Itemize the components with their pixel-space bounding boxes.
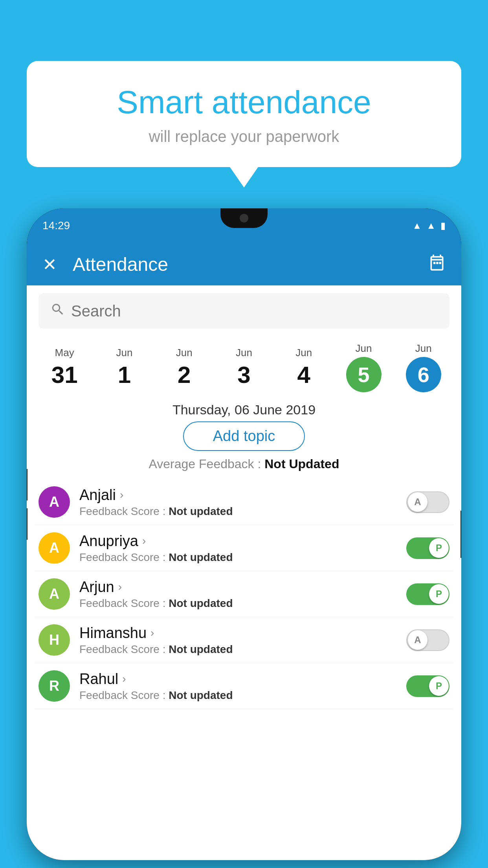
avg-feedback-label: Average Feedback : [149,457,261,471]
student-list: AAnjali ›Feedback Score : Not updatedAAA… [27,479,461,709]
volume-button-down [27,508,28,540]
student-chevron-1: › [142,535,146,547]
speech-bubble: Smart attendance will replace your paper… [27,61,461,167]
search-icon [50,302,65,320]
attendance-toggle-1[interactable]: P [406,537,449,559]
student-row-3[interactable]: HHimanshu ›Feedback Score : Not updatedA [35,617,453,663]
date-month-4: Jun [274,347,334,359]
date-col-5[interactable]: Jun5 [334,342,393,392]
phone-screen: May31Jun1Jun2Jun3Jun4Jun5Jun6 Thursday, … [27,285,461,860]
close-button[interactable]: ✕ [42,254,57,274]
student-feedback-2: Feedback Score : Not updated [79,597,406,610]
student-chevron-4: › [122,673,126,685]
app-header: ✕ Attendance [27,243,461,285]
toggle-knob-4: P [429,676,449,696]
speech-bubble-container: Smart attendance will replace your paper… [27,61,461,167]
student-feedback-0: Feedback Score : Not updated [79,505,406,518]
date-day-circle-5: 5 [346,357,382,392]
notch [220,208,268,228]
status-bar: 14:29 ▲ ▲ ▮ [27,208,461,243]
search-input[interactable] [71,302,438,320]
wifi-icon: ▲ [412,220,422,231]
attendance-toggle-3[interactable]: A [406,629,449,651]
date-col-0[interactable]: May31 [35,347,94,388]
student-avatar-3: H [39,624,70,656]
toggle-knob-2: P [429,584,449,604]
student-row-0[interactable]: AAnjali ›Feedback Score : Not updatedA [35,479,453,525]
student-row-1[interactable]: AAnupriya ›Feedback Score : Not updatedP [35,525,453,571]
status-time: 14:29 [42,219,70,232]
student-avatar-0: A [39,486,70,518]
student-info-1: Anupriya ›Feedback Score : Not updated [79,533,406,564]
student-info-3: Himanshu ›Feedback Score : Not updated [79,625,406,656]
notch-camera [240,214,248,223]
student-info-4: Rahul ›Feedback Score : Not updated [79,671,406,702]
student-feedback-4: Feedback Score : Not updated [79,689,406,702]
volume-button-right [460,511,461,558]
svg-rect-1 [436,262,438,264]
student-name-2: Arjun › [79,579,406,596]
student-chevron-3: › [150,627,154,639]
bubble-title: Smart attendance [50,85,438,120]
attendance-toggle-0[interactable]: A [406,491,449,513]
volume-button-up [27,469,28,500]
toggle-knob-3: A [408,630,427,650]
student-chevron-0: › [120,489,123,501]
status-icons: ▲ ▲ ▮ [412,220,446,231]
date-day-4: 4 [274,361,334,388]
date-month-3: Jun [214,347,274,359]
student-row-2[interactable]: AArjun ›Feedback Score : Not updatedP [35,571,453,617]
date-day-0: 31 [35,361,94,388]
date-month-5: Jun [334,342,393,355]
student-info-2: Arjun ›Feedback Score : Not updated [79,579,406,610]
selected-date-label: Thursday, 06 June 2019 [27,402,461,417]
student-avatar-2: A [39,578,70,610]
svg-rect-2 [439,262,442,264]
battery-icon: ▮ [440,220,446,231]
student-name-3: Himanshu › [79,625,406,642]
student-name-1: Anupriya › [79,533,406,550]
svg-rect-0 [433,262,436,264]
date-day-circle-6: 6 [406,357,441,392]
calendar-icon[interactable] [428,254,446,275]
avg-feedback: Average Feedback : Not Updated [27,457,461,471]
date-col-1[interactable]: Jun1 [94,347,154,388]
signal-icon: ▲ [426,220,436,231]
date-col-6[interactable]: Jun6 [394,342,453,392]
bubble-subtitle: will replace your paperwork [50,128,438,145]
student-row-4[interactable]: RRahul ›Feedback Score : Not updatedP [35,663,453,709]
student-avatar-4: R [39,670,70,702]
date-col-2[interactable]: Jun2 [154,347,214,388]
toggle-knob-1: P [429,538,449,558]
student-avatar-1: A [39,532,70,564]
avg-feedback-value: Not Updated [264,457,339,471]
add-topic-button[interactable]: Add topic [183,421,305,451]
date-month-6: Jun [394,342,453,355]
student-name-4: Rahul › [79,671,406,688]
date-month-0: May [35,347,94,359]
page-title: Attendance [73,254,428,275]
search-bar[interactable] [39,293,449,329]
student-feedback-1: Feedback Score : Not updated [79,551,406,564]
attendance-toggle-4[interactable]: P [406,675,449,697]
phone-frame: 14:29 ▲ ▲ ▮ ✕ Attendance [27,208,461,860]
student-name-0: Anjali › [79,487,406,504]
student-info-0: Anjali ›Feedback Score : Not updated [79,487,406,518]
date-day-1: 1 [94,361,154,388]
date-month-2: Jun [154,347,214,359]
date-col-4[interactable]: Jun4 [274,347,334,388]
date-day-2: 2 [154,361,214,388]
toggle-knob-0: A [408,492,427,512]
date-day-3: 3 [214,361,274,388]
student-feedback-3: Feedback Score : Not updated [79,643,406,656]
student-chevron-2: › [118,581,122,593]
date-col-3[interactable]: Jun3 [214,347,274,388]
date-month-1: Jun [94,347,154,359]
date-strip: May31Jun1Jun2Jun3Jun4Jun5Jun6 [27,337,461,394]
attendance-toggle-2[interactable]: P [406,583,449,605]
